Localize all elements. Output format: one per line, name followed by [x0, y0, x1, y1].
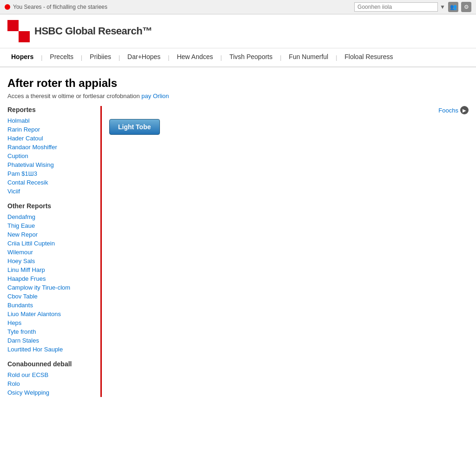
focus-label: Foochs [438, 107, 458, 114]
sidebar-link-dendafmg[interactable]: Dendafmg [7, 212, 96, 221]
alert-text: You Seares - of flichalling che stariees [13, 4, 107, 10]
site-title: HSBC Global Research™ [34, 25, 152, 37]
logo: HSBC Global Research™ [7, 20, 152, 42]
sidebar-link-lourtited[interactable]: Lourtited Hor Sauple [7, 345, 96, 354]
sidebar-link-hadercatoul[interactable]: Hader Catoul [7, 134, 96, 143]
sidebar-link-viciif[interactable]: Viciif [7, 187, 96, 196]
focus-link[interactable]: Foochs ▶ [438, 106, 469, 114]
svg-marker-2 [7, 31, 19, 42]
sidebar-link-wilemour[interactable]: Wilemour [7, 248, 96, 257]
nav-item-hopers[interactable]: Hopers [5, 48, 40, 66]
sidebar-section-otherreports: Other Reports [7, 202, 96, 210]
nav-item-darhopes[interactable]: Dar+Hopes [121, 48, 167, 66]
page-subtitle: Acces a theresit w oltime or fortlesar c… [7, 93, 469, 99]
sidebar-link-linu[interactable]: Linu Miff Harp [7, 265, 96, 274]
sidebar-link-pam[interactable]: Pam $1Ш3 [7, 169, 96, 178]
sidebar: Reportes Holmabl Rarin Repor Hader Catou… [7, 106, 100, 397]
sidebar-link-cuption[interactable]: Cuption [7, 152, 96, 160]
main-panel-header: Foochs ▶ [109, 106, 469, 114]
sidebar-link-bundants[interactable]: Bundants [7, 301, 96, 310]
sidebar-link-contal[interactable]: Contal Recesik [7, 178, 96, 187]
sidebar-link-phatetival[interactable]: Phatetival Wising [7, 160, 96, 169]
nav-item-tivshpeoports[interactable]: Tivsh Peoports [223, 48, 279, 66]
sidebar-link-criia[interactable]: Criia Littil Cuptein [7, 239, 96, 248]
page-title: After roter th appials [7, 77, 469, 90]
subtitle-text: Acces a theresit w oltime or fortlesar c… [7, 93, 140, 99]
sidebar-link-darnstales[interactable]: Darn Stales [7, 336, 96, 345]
sidebar-link-osicy[interactable]: Osicy Welpping [7, 388, 96, 397]
sidebar-link-heps[interactable]: Heps [7, 318, 96, 327]
sidebar-link-rold[interactable]: Rold our ECSB [7, 370, 96, 379]
sidebar-link-thig[interactable]: Thig Eaue [7, 221, 96, 230]
sidebar-link-holmabl[interactable]: Holmabl [7, 116, 96, 125]
main-nav: Hopers | Precelts | Pribiies | Dar+Hopes… [0, 48, 476, 67]
svg-marker-3 [19, 31, 30, 42]
top-bar: You Seares - of flichalling che stariees… [0, 0, 476, 14]
header: HSBC Global Research™ [0, 14, 476, 48]
search-input[interactable] [354, 2, 438, 12]
sidebar-section-conabounned: Conabounned deball [7, 360, 96, 368]
sidebar-link-haapde[interactable]: Haapde Frues [7, 274, 96, 283]
top-bar-right: ▼ 👥 ⚙ [354, 2, 471, 12]
sidebar-link-newrepor[interactable]: New Repor [7, 230, 96, 239]
nav-item-hewandces[interactable]: Hew Andces [170, 48, 219, 66]
alert-dot [5, 4, 10, 10]
top-bar-left: You Seares - of flichalling che stariees [5, 4, 107, 10]
sidebar-link-rolo[interactable]: Rolo [7, 379, 96, 388]
settings-icon-btn[interactable]: ⚙ [461, 2, 471, 12]
svg-marker-1 [19, 20, 30, 31]
nav-item-precelts[interactable]: Precelts [43, 48, 80, 66]
sidebar-link-cbov[interactable]: Cbov Table [7, 292, 96, 301]
focus-arrow-icon: ▶ [460, 106, 469, 114]
sidebar-link-liuo[interactable]: Liuo Mater Alantons [7, 310, 96, 318]
search-container: ▼ [354, 2, 445, 12]
svg-marker-0 [7, 20, 19, 31]
sidebar-link-hoeysals[interactable]: Hoey Sals [7, 257, 96, 265]
sidebar-link-randaor[interactable]: Randaor Moshiffer [7, 143, 96, 152]
sidebar-link-rarinrepor[interactable]: Rarin Repor [7, 125, 96, 134]
main-panel: Foochs ▶ Light Tobe [100, 106, 469, 397]
nav-item-funnumerful[interactable]: Fun Numerful [282, 48, 335, 66]
nav-item-pribiies[interactable]: Pribiies [83, 48, 118, 66]
sidebar-section-reportes: Reportes [7, 106, 96, 113]
main-layout: Reportes Holmabl Rarin Repor Hader Catou… [7, 106, 469, 397]
sidebar-link-tyte[interactable]: Tyte fronth [7, 327, 96, 336]
people-icon-btn[interactable]: 👥 [448, 2, 458, 12]
search-dropdown-icon[interactable]: ▼ [440, 4, 445, 10]
hsbc-logo-icon [7, 20, 30, 42]
page-content: After roter th appials Acces a theresit … [0, 67, 476, 402]
light-table-button[interactable]: Light Tobe [109, 119, 160, 135]
subtitle-link[interactable]: pay Orlion [141, 93, 169, 99]
nav-item-floloalresuress[interactable]: Floloal Resuress [338, 48, 399, 66]
sidebar-link-camplow[interactable]: Camplow ity Tirue-clom [7, 283, 96, 292]
